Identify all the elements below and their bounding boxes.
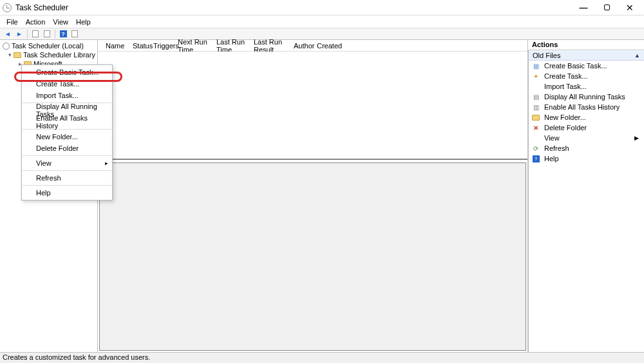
action-new-folder[interactable]: New Folder... <box>529 112 644 123</box>
wizard-icon: ▦ <box>531 61 540 70</box>
action-label: Refresh <box>544 144 569 152</box>
statusbar: Creates a customized task for advanced u… <box>0 352 644 363</box>
collapse-icon: ▲ <box>634 52 640 59</box>
col-author[interactable]: Author <box>290 42 313 50</box>
col-nextrun[interactable]: Next Run Time <box>174 38 213 54</box>
col-created[interactable]: Created <box>313 42 346 50</box>
action-label: New Folder... <box>544 113 586 121</box>
toolbar-doc1-button[interactable] <box>30 30 41 39</box>
col-status[interactable]: Status <box>129 42 149 50</box>
ctx-label: View <box>36 159 52 167</box>
titlebar: Task Scheduler — ✕ <box>0 0 644 15</box>
ctx-view[interactable]: View▸ <box>22 157 112 169</box>
menu-file[interactable]: File <box>3 18 22 26</box>
ctx-import-task[interactable]: Import Task... <box>22 90 112 101</box>
maximize-icon <box>604 5 610 10</box>
tree-library[interactable]: ▾ Task Scheduler Library <box>0 50 97 59</box>
action-enable-history[interactable]: ▥ Enable All Tasks History <box>529 102 644 112</box>
action-help[interactable]: ? Help <box>529 153 644 164</box>
col-name[interactable]: Name <box>102 42 129 50</box>
action-create-basic-task[interactable]: ▦ Create Basic Task... <box>529 61 644 71</box>
ctx-new-folder[interactable]: New Folder... <box>22 131 112 142</box>
action-display-running[interactable]: ▤ Display All Running Tasks <box>529 92 644 102</box>
action-label: Help <box>544 155 559 162</box>
tree-root[interactable]: Task Scheduler (Local) <box>0 41 97 50</box>
action-label: Create Basic Task... <box>544 62 607 70</box>
menu-view[interactable]: View <box>49 18 72 26</box>
ctx-create-task[interactable]: Create Task... <box>22 78 112 90</box>
toolbar-doc2-button[interactable] <box>42 30 52 39</box>
doc-icon <box>71 30 78 37</box>
history-icon: ▥ <box>531 103 540 112</box>
ctx-label: Create Basic Task... <box>36 68 99 76</box>
toolbar-help-button[interactable]: ? <box>58 30 68 39</box>
center-pane: Name Status Triggers Next Run Time Last … <box>98 40 528 352</box>
submenu-icon: ▸ <box>105 160 108 166</box>
ctx-label: Help <box>36 189 51 197</box>
ctx-separator <box>23 170 111 171</box>
ctx-refresh[interactable]: Refresh <box>22 172 112 184</box>
ctx-separator <box>23 155 111 156</box>
ctx-label: New Folder... <box>36 133 78 141</box>
action-label: View <box>544 134 560 142</box>
ctx-delete-folder[interactable]: Delete Folder <box>22 142 112 154</box>
help-icon: ? <box>60 30 67 37</box>
doc-icon <box>32 30 39 37</box>
status-text: Creates a customized task for advanced u… <box>3 353 150 361</box>
toolbar-doc3-button[interactable] <box>70 30 80 39</box>
action-create-task[interactable]: ✦ Create Task... <box>529 71 644 81</box>
context-menu: Create Basic Task... Create Task... Impo… <box>21 64 113 201</box>
col-lastrun[interactable]: Last Run Time <box>213 38 250 54</box>
folder-icon <box>531 113 540 122</box>
col-lastresult[interactable]: Last Run Result <box>250 38 290 54</box>
menubar: File Action View Help <box>0 15 644 28</box>
spark-icon: ✦ <box>531 72 540 81</box>
action-import-task[interactable]: Import Task... <box>529 81 644 92</box>
list-icon: ▤ <box>531 92 540 101</box>
action-label: Create Task... <box>544 72 588 80</box>
action-label: Display All Running Tasks <box>544 93 625 101</box>
ctx-separator <box>23 185 111 186</box>
back-button[interactable]: ◄ <box>3 30 13 39</box>
refresh-icon: ⟳ <box>531 144 540 153</box>
action-view[interactable]: View ▶ <box>529 133 644 143</box>
minimize-button[interactable]: — <box>572 0 595 15</box>
maximize-button[interactable] <box>595 0 618 15</box>
clock-icon <box>1 42 10 50</box>
action-delete-folder[interactable]: ✕ Delete Folder <box>529 123 644 133</box>
ctx-label: Refresh <box>36 174 61 182</box>
expand-icon: ▾ <box>6 52 13 58</box>
help-icon: ? <box>531 154 540 163</box>
delete-icon: ✕ <box>531 123 540 132</box>
task-list[interactable] <box>98 52 527 160</box>
app-clock-icon <box>3 3 12 12</box>
ctx-enable-history[interactable]: Enable All Tasks History <box>22 116 112 128</box>
ctx-label: Delete Folder <box>36 144 79 152</box>
ctx-help[interactable]: Help <box>22 187 112 199</box>
menu-help[interactable]: Help <box>72 18 95 26</box>
actions-group[interactable]: Old Files ▲ <box>529 50 644 61</box>
toolbar: ◄ ► ? <box>0 28 644 40</box>
window-title: Task Scheduler <box>15 3 572 12</box>
ctx-label: Enable All Tasks History <box>36 114 100 130</box>
submenu-icon: ▶ <box>634 135 639 141</box>
ctx-label: Create Task... <box>36 80 80 88</box>
toolbar-divider <box>55 30 55 39</box>
ctx-create-basic-task[interactable]: Create Basic Task... <box>22 66 112 78</box>
actions-group-label: Old Files <box>533 52 560 59</box>
actions-list: Old Files ▲ ▦ Create Basic Task... ✦ Cre… <box>528 50 644 352</box>
menu-action[interactable]: Action <box>22 18 50 26</box>
action-label: Enable All Tasks History <box>544 103 620 111</box>
blank-icon <box>531 82 540 91</box>
tree-root-label: Task Scheduler (Local) <box>12 42 84 50</box>
ctx-label: Import Task... <box>36 92 79 99</box>
action-refresh[interactable]: ⟳ Refresh <box>529 143 644 153</box>
blank-icon <box>531 133 540 142</box>
toolbar-divider <box>27 30 28 39</box>
close-button[interactable]: ✕ <box>618 0 641 15</box>
forward-button[interactable]: ► <box>14 30 24 39</box>
action-label: Delete Folder <box>544 124 587 132</box>
col-triggers[interactable]: Triggers <box>149 42 174 50</box>
detail-panel <box>99 162 526 351</box>
tree-library-label: Task Scheduler Library <box>23 51 95 59</box>
